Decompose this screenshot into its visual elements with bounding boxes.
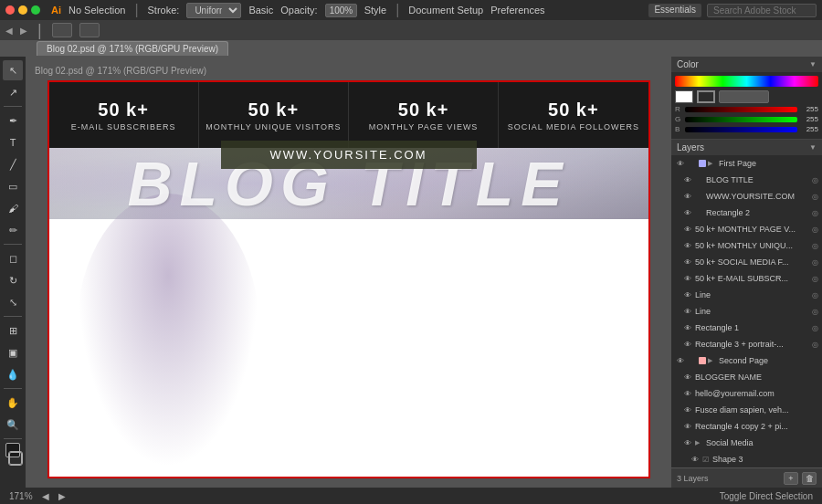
eye-icon[interactable]: 👁 [675,355,686,366]
eye-icon[interactable]: 👁 [682,257,693,268]
eye-icon[interactable]: 👁 [682,322,693,333]
close-button[interactable] [5,5,15,15]
eye-icon[interactable]: 👁 [682,207,693,218]
eye-icon[interactable]: 👁 [682,421,693,432]
add-layer-button[interactable]: + [784,472,798,485]
blue-slider-row: B 255 [675,125,818,133]
checkbox-icon: ☑ [702,456,709,464]
rect-tool[interactable]: ▭ [3,176,23,196]
zoom-tool[interactable]: 🔍 [3,415,23,435]
layer-group-second-page[interactable]: 👁 ▶ Second Page [671,352,822,369]
layer-50k-email[interactable]: 👁 50 k+ E-MAIL SUBSCR... ◎ [679,270,822,287]
layer-group-first-page[interactable]: 👁 ▶ First Page [671,155,822,172]
fill-swatch[interactable] [675,90,693,103]
layer-50k-monthly-unique[interactable]: 👁 50 k+ MONTHLY UNIQU... ◎ [679,237,822,254]
eye-icon[interactable]: 👁 [682,339,693,350]
layer-line-1[interactable]: 👁 Line ◎ [679,287,822,303]
gradient-tool[interactable]: ▣ [3,342,23,362]
red-slider[interactable] [685,107,797,112]
toolbar-arrow-right[interactable]: ▶ [20,26,27,36]
minimize-button[interactable] [18,5,27,15]
eye-icon[interactable]: 👁 [690,454,701,465]
eye-icon[interactable]: 👁 [682,191,693,202]
layer-rectangle-2[interactable]: 👁 Rectangle 2 ◎ [679,205,822,221]
expand-icon[interactable]: ▶ [695,439,704,446]
menu-no-selection[interactable]: No Selection [68,5,125,16]
layer-rectangle-1[interactable]: 👁 Rectangle 1 ◎ [679,320,822,336]
eye-icon[interactable]: 👁 [682,437,693,448]
color-panel-header[interactable]: Color ▼ [671,57,822,72]
essentials-button[interactable]: Essentials [648,4,701,17]
tool-btn-1[interactable] [52,23,72,37]
layer-rect4-copy2[interactable]: 👁 Rectangle 4 copy 2 + pi... [679,418,822,435]
toolbar-arrow-left[interactable]: ◀ [5,26,13,36]
layer-rectangle-3[interactable]: 👁 Rectangle 3 + portrait-... ◎ [679,336,822,352]
menu-document-setup[interactable]: Document Setup [408,5,483,16]
eye-icon[interactable]: 👁 [682,224,693,235]
layers-panel-header[interactable]: Layers ▼ [671,140,822,155]
eye-icon[interactable]: 👁 [675,158,686,169]
layer-social-media[interactable]: 👁 ▶ Social Media [679,435,822,451]
scale-tool[interactable]: ⤡ [3,292,23,312]
nav-next[interactable]: ▶ [58,491,66,501]
layers-content[interactable]: 👁 ▶ First Page 👁 BLOG TITLE ◎ 👁 WWW.YOUR… [671,155,822,467]
line-tool[interactable]: ╱ [3,154,23,174]
delete-layer-button[interactable]: 🗑 [802,472,817,485]
shape-builder-tool[interactable]: ⊞ [3,320,23,341]
layer-color-dot [699,357,706,364]
pen-tool[interactable]: ✒ [3,110,23,131]
eye-icon[interactable]: 👁 [682,306,693,317]
right-panel: Color ▼ FFFFFF R 255 G 255 [671,57,822,488]
status-text: Toggle Direct Selection [720,491,813,501]
layer-name: WWW.YOURSITE.COM [706,192,810,201]
stroke-type-dropdown[interactable]: Uniform [186,3,241,18]
eyedropper-tool[interactable]: 💧 [3,364,23,384]
color-spectrum[interactable] [675,76,818,87]
layer-www-yoursite[interactable]: 👁 WWW.YOURSITE.COM ◎ [679,188,822,205]
layer-blog-title[interactable]: 👁 BLOG TITLE ◎ [679,172,822,188]
selection-tool[interactable]: ↖ [3,60,23,80]
maximize-button[interactable] [31,5,40,15]
layer-target: ◎ [812,258,818,267]
menu-preferences[interactable]: Preferences [490,5,544,16]
hex-input[interactable]: FFFFFF [719,90,769,103]
color-panel: Color ▼ FFFFFF R 255 G 255 [671,57,822,140]
layer-fusce[interactable]: 👁 Fusce diam sapien, veh... [679,402,822,418]
layer-50k-monthly-page[interactable]: 👁 50 k+ MONTHLY PAGE V... ◎ [679,221,822,237]
eye-icon[interactable]: 👁 [682,240,693,251]
expand-icon[interactable]: ▶ [708,357,717,364]
stroke-swatch[interactable] [697,90,715,103]
blue-slider[interactable] [685,127,797,132]
stroke-color[interactable] [9,452,22,465]
layer-blogger-name[interactable]: 👁 BLOGGER NAME [679,369,822,385]
search-stock-input[interactable] [707,4,817,17]
paintbrush-tool[interactable]: 🖌 [3,198,23,218]
eye-icon[interactable]: 👁 [682,174,693,185]
type-tool[interactable]: T [3,132,23,152]
file-tab[interactable]: Blog 02.psd @ 171% (RGB/GPU Preview) [37,41,228,56]
eye-icon[interactable]: 👁 [682,372,693,383]
eye-icon[interactable]: 👁 [682,289,693,300]
bottom-bar: 171% ◀ ▶ Toggle Direct Selection [0,488,822,504]
pencil-tool[interactable]: ✏ [3,220,23,240]
rotate-tool[interactable]: ↻ [3,270,23,290]
eye-icon[interactable]: 👁 [682,273,693,284]
color-panel-arrow: ▼ [809,60,817,68]
layer-50k-social-media[interactable]: 👁 50 k+ SOCIAL MEDIA F... ◎ [679,254,822,270]
lock-icon [688,356,697,365]
direct-selection-tool[interactable]: ↗ [3,82,23,102]
green-slider[interactable] [685,117,797,122]
eraser-tool[interactable]: ◻ [3,248,23,268]
eye-icon[interactable]: 👁 [682,388,693,399]
opacity-input[interactable] [325,4,357,17]
hand-tool[interactable]: ✋ [3,393,23,413]
eye-icon[interactable]: 👁 [682,404,693,415]
expand-icon[interactable]: ▶ [708,160,717,167]
layer-shape3[interactable]: 👁 ☑ Shape 3 [686,451,822,467]
layer-line-2[interactable]: 👁 Line ◎ [679,303,822,320]
layer-email[interactable]: 👁 hello@youremail.com [679,385,822,402]
window-controls[interactable] [5,5,40,15]
left-toolbar: ↖ ↗ ✒ T ╱ ▭ 🖌 ✏ ◻ ↻ ⤡ ⊞ ▣ 💧 ✋ 🔍 [0,57,26,488]
tool-btn-2[interactable] [79,23,100,37]
nav-prev[interactable]: ◀ [42,491,49,501]
